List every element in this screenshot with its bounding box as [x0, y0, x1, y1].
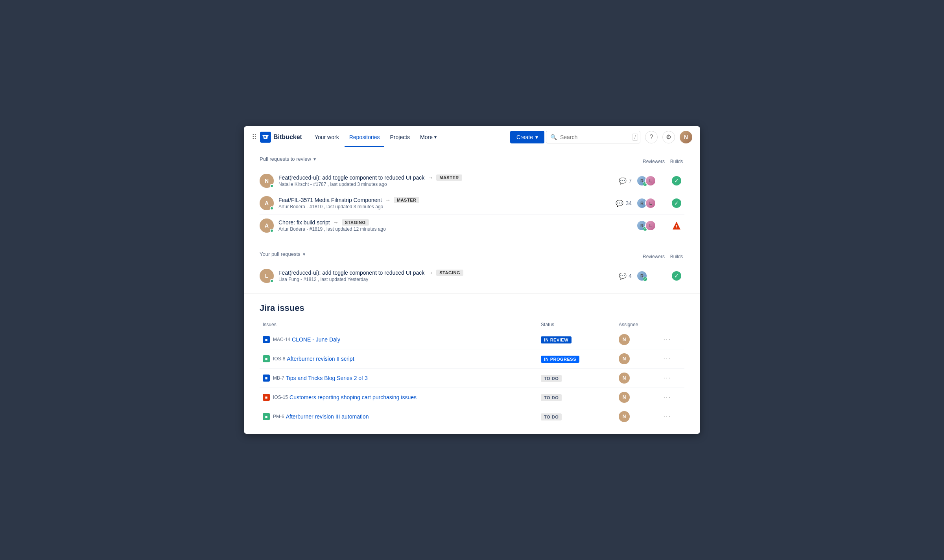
more-chevron-icon: ▾	[434, 134, 437, 140]
search-box[interactable]: 🔍 /	[546, 131, 640, 143]
nav-links: Your work Repositories Projects More ▾	[310, 131, 505, 143]
navbar: ⠿ Bitbucket Your work Repositories Proje…	[244, 126, 700, 148]
pr-reviewers: R ✓ L	[636, 220, 664, 231]
nav-repositories[interactable]: Repositories	[345, 131, 385, 143]
reviewer-avatar: L	[645, 175, 656, 186]
issue-row: ■ MB-7 Tips and Tricks Blog Series 2 of …	[260, 369, 684, 388]
issue-status-cell: TO DO	[538, 388, 616, 407]
pr-review-label[interactable]: Pull requests to review ▾	[260, 156, 643, 162]
reviewer-avatar: L	[645, 220, 656, 231]
search-input[interactable]	[560, 134, 629, 140]
search-shortcut: /	[632, 134, 638, 141]
build-success-icon: ✓	[672, 271, 681, 281]
search-icon: 🔍	[550, 134, 557, 140]
issue-status-cell: IN REVIEW	[538, 330, 616, 349]
branch-badge: STAGING	[342, 219, 369, 226]
branch-badge: MASTER	[436, 174, 462, 181]
pr-meta: Artur Bodera - #1810 , last updated 3 mi…	[278, 204, 605, 209]
pr-reviewers: R ✓	[636, 270, 664, 281]
issue-actions-cell: ···	[660, 330, 684, 349]
branch-badge: MASTER	[394, 197, 419, 203]
author-avatar: N	[260, 174, 274, 188]
pr-title-link[interactable]: Feat(reduced-ui): add toggle component t…	[278, 174, 424, 181]
create-chevron-icon: ▾	[535, 134, 538, 140]
comment-icon: 💬	[619, 177, 627, 185]
pr-title-link[interactable]: Feat/FIL-3571 Media Filmstrip Component	[278, 197, 382, 203]
nav-logo[interactable]: Bitbucket	[260, 132, 302, 143]
issue-row: ■ IOS-8 Afterburner revision II script I…	[260, 349, 684, 369]
nav-right: 🔍 / ? ⚙ N	[546, 131, 692, 143]
pr-row: N Feat(reduced-ui): add toggle component…	[260, 170, 684, 192]
issue-actions-cell: ···	[660, 349, 684, 369]
status-col-header: Status	[538, 319, 616, 330]
issue-row: ■ MAC-14 CLONE - June Daly IN REVIEW N ·…	[260, 330, 684, 349]
your-pull-requests-section: Your pull requests ▾ Reviewers Builds L …	[244, 243, 700, 294]
user-avatar[interactable]: N	[680, 131, 692, 143]
builds-col-label: Builds	[669, 159, 684, 164]
issue-name-link[interactable]: Afterburner revision II script	[287, 356, 354, 362]
issue-id: IOS-8	[273, 356, 285, 362]
settings-button[interactable]: ⚙	[662, 131, 675, 143]
more-actions-button[interactable]: ···	[664, 355, 671, 362]
pr-review-header: Pull requests to review ▾ Reviewers Buil…	[260, 154, 684, 170]
nav-more[interactable]: More ▾	[415, 131, 441, 143]
create-button[interactable]: Create ▾	[510, 131, 544, 143]
your-pr-reviewers-col: Reviewers	[643, 254, 669, 259]
reviewer-avatar: L	[645, 198, 656, 209]
more-actions-button[interactable]: ···	[664, 336, 671, 343]
online-indicator	[270, 184, 274, 188]
pr-title-link[interactable]: Feat(reduced-ui): add toggle component t…	[278, 270, 424, 276]
issue-name-cell: ■ PM-6 Afterburner revision III automati…	[260, 407, 538, 426]
issue-id: MAC-14	[273, 337, 290, 342]
jira-section: Jira issues Issues Status Assignee ■ MAC…	[244, 294, 700, 434]
pr-comments: 💬 7	[610, 177, 632, 185]
issue-type-icon: ■	[263, 394, 270, 401]
issue-assignee-cell: N	[616, 388, 660, 407]
more-actions-button[interactable]: ···	[664, 394, 671, 400]
issue-name-link[interactable]: Tips and Tricks Blog Series 2 of 3	[286, 375, 368, 381]
status-badge: TO DO	[541, 394, 562, 401]
reviewer-check-icon: ✓	[643, 277, 647, 281]
pr-info: Feat(reduced-ui): add toggle component t…	[278, 174, 605, 187]
help-button[interactable]: ?	[645, 131, 658, 143]
comment-icon: 💬	[619, 272, 627, 280]
your-pr-builds-col: Builds	[669, 254, 684, 259]
issue-name-link[interactable]: Customers reporting shoping cart purchas…	[289, 394, 417, 400]
more-actions-button[interactable]: ···	[664, 375, 671, 381]
issue-status-cell: IN PROGRESS	[538, 349, 616, 369]
pr-meta: Natalie Kirscht - #1787 , last updated 3…	[278, 182, 605, 187]
status-badge: IN REVIEW	[541, 336, 572, 343]
pr-arrow-icon: →	[428, 270, 433, 276]
issue-row: ■ PM-6 Afterburner revision III automati…	[260, 407, 684, 426]
main-content: Pull requests to review ▾ Reviewers Buil…	[244, 148, 700, 434]
pr-row: L Feat(reduced-ui): add toggle component…	[260, 265, 684, 287]
status-badge: TO DO	[541, 375, 562, 382]
pr-build: !	[669, 221, 684, 230]
pr-row: A Chore: fix build script → STAGING Artu…	[260, 215, 684, 237]
issue-name-link[interactable]: Afterburner revision III automation	[286, 413, 369, 420]
your-pr-label[interactable]: Your pull requests ▾	[260, 251, 643, 257]
more-actions-button[interactable]: ···	[664, 413, 671, 420]
your-pr-header: Your pull requests ▾ Reviewers Builds	[260, 250, 684, 265]
jira-title: Jira issues	[260, 303, 684, 313]
author-avatar: L	[260, 269, 274, 283]
nav-projects[interactable]: Projects	[385, 131, 415, 143]
issue-assignee-cell: N	[616, 330, 660, 349]
assignee-avatar: N	[619, 373, 630, 384]
your-pr-chevron-icon: ▾	[303, 252, 305, 257]
grid-icon[interactable]: ⠿	[252, 133, 257, 141]
status-badge: IN PROGRESS	[541, 356, 579, 363]
pr-info: Chore: fix build script → STAGING Artur …	[278, 219, 605, 232]
pr-reviewers: R ✓ L	[636, 175, 664, 186]
assignee-avatar: N	[619, 411, 630, 422]
nav-your-work[interactable]: Your work	[310, 131, 344, 143]
pr-title-link[interactable]: Chore: fix build script	[278, 219, 330, 226]
issue-name-link[interactable]: CLONE - June Daly	[292, 336, 340, 343]
comment-icon: 💬	[616, 200, 623, 207]
help-icon: ?	[650, 134, 653, 141]
pr-arrow-icon: →	[428, 174, 433, 181]
pr-title: Feat/FIL-3571 Media Filmstrip Component …	[278, 197, 605, 203]
issue-actions-cell: ···	[660, 388, 684, 407]
build-error-icon: !	[672, 221, 681, 230]
online-indicator	[270, 279, 274, 283]
